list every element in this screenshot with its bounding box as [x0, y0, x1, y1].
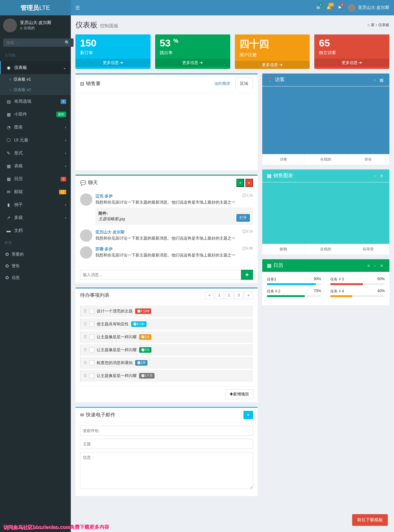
stat-bounce-rate: 53 %跳出率 更多信息 ➔ — [155, 34, 230, 69]
nav-messages[interactable]: ✉4 — [316, 5, 320, 10]
chat-time: 🕐5:30 — [242, 246, 253, 250]
close-icon[interactable]: ✕ — [379, 173, 385, 178]
circle-icon — [6, 253, 9, 256]
todo-item[interactable]: ⠿设计一个漂亮的主题🕐2 分钟 — [80, 305, 253, 317]
nav-layout[interactable]: ▤布局选项4 — [0, 95, 71, 108]
page-1[interactable]: 1 — [215, 292, 224, 299]
bars-icon[interactable]: ≡ — [366, 263, 371, 268]
sidebar-toggle[interactable]: ☰ — [75, 5, 80, 11]
chevron-left-icon: ‹ — [65, 151, 66, 155]
remove-button[interactable]: ✕ — [243, 411, 253, 419]
nav-dashboard[interactable]: ◉仪表板⌄ 仪表板 v1 仪表板 v2 — [0, 61, 71, 95]
drag-handle-icon[interactable]: ⠿ — [84, 322, 87, 327]
chat-name[interactable]: 迈克·多伊 — [95, 193, 253, 199]
page-next[interactable]: » — [244, 292, 253, 299]
nav-forms[interactable]: ✎形式‹ — [0, 147, 71, 160]
breadcrumb: ⌂ 家 › 仪表板 — [368, 22, 389, 28]
nav-notifications[interactable]: 🔔10 — [326, 5, 332, 10]
stat-new-orders: 150新订单 更多信息 ➔ — [75, 34, 151, 69]
more-info-link[interactable]: 更多信息 ➔ — [155, 59, 230, 67]
tab-area[interactable]: 区域 — [235, 77, 253, 90]
drag-handle-icon[interactable]: ⠿ — [84, 360, 87, 365]
search-input[interactable] — [3, 38, 61, 47]
todo-item[interactable]: ⠿让主题像星星一样闪耀🕐1个月 — [80, 370, 253, 382]
chevron-left-icon: ‹ — [65, 216, 66, 220]
todo-item[interactable]: ⠿使主题具有响应性🕐4小时 — [80, 318, 253, 330]
download-button[interactable]: 前往下载模板 — [352, 514, 388, 526]
drag-handle-icon[interactable]: ⠿ — [84, 347, 87, 352]
chat-name[interactable]: 苏珊·多伊 — [95, 246, 253, 252]
email-subject-input[interactable] — [80, 439, 253, 449]
pie-icon: ◔ — [6, 125, 12, 130]
email-body-input[interactable] — [80, 452, 253, 489]
drag-handle-icon[interactable]: ⠿ — [84, 309, 87, 314]
nav-multilevel[interactable]: ↗多级‹ — [0, 211, 71, 224]
more-info-link[interactable]: 更多信息 ➔ — [314, 59, 389, 67]
logo[interactable]: 管理员LTE — [0, 0, 71, 15]
drag-handle-icon[interactable]: ⠿ — [84, 373, 87, 378]
time-badge: 🕐2 分钟 — [135, 308, 151, 314]
calendar-box: ▦日历 ≡−✕ 任务190% — [262, 259, 389, 305]
more-info-link[interactable]: 更多信息 ➔ — [75, 59, 151, 67]
sales-chart-box: ▦销售图表 −✕ 邮购 在线的 有存货 — [262, 169, 389, 255]
checkbox[interactable] — [89, 360, 94, 365]
label-info[interactable]: 信息 — [0, 272, 71, 284]
open-button[interactable]: 打开 — [236, 214, 250, 222]
chat-input[interactable] — [80, 270, 241, 280]
calendar-icon[interactable]: ▦ — [378, 77, 385, 82]
checkbox[interactable] — [89, 309, 94, 314]
time-badge: 🕐1周 — [135, 360, 147, 366]
chat-name[interactable]: 亚历山大·皮尔斯 — [95, 229, 253, 235]
nav-docs[interactable]: ▬文档 — [0, 224, 71, 237]
nav-user[interactable]: 亚历山大·皮尔斯 — [348, 4, 389, 12]
nav-dashboard-v2[interactable]: 仪表板 v2 — [0, 85, 71, 95]
nav-mailbox[interactable]: ✉邮箱12 — [0, 185, 71, 198]
collapse-icon[interactable]: − — [372, 173, 377, 178]
stat-online: 在线的 — [305, 154, 347, 165]
chat-status-green[interactable]: ▪ — [236, 179, 244, 187]
checkbox[interactable] — [89, 373, 94, 378]
checkbox[interactable] — [89, 322, 94, 327]
chevron-left-icon: ‹ — [65, 203, 66, 207]
nav-calendar[interactable]: ▦日历3 — [0, 173, 71, 185]
email-to-input[interactable] — [80, 426, 253, 436]
tab-donut[interactable]: 油炸圈饼 — [209, 77, 235, 90]
avatar — [3, 18, 17, 32]
nav-dashboard-v1[interactable]: 仪表板 v1 — [0, 74, 71, 85]
checkbox[interactable] — [89, 335, 94, 339]
todo-item[interactable]: ⠿让主题像星星一样闪耀🕐1天 — [80, 331, 253, 343]
page-3[interactable]: 3 — [234, 292, 243, 299]
add-item-button[interactable]: ✚新增项目 — [226, 389, 253, 399]
nav-examples[interactable]: ▮例子‹ — [0, 198, 71, 211]
user-status: 在线的 — [20, 26, 51, 31]
chevron-left-icon: ‹ — [65, 164, 66, 168]
close-icon[interactable]: ✕ — [379, 263, 385, 268]
page-2[interactable]: 2 — [225, 292, 234, 299]
collapse-icon[interactable]: − — [372, 263, 377, 268]
nav-ui[interactable]: 🖵UI 元素‹ — [0, 134, 71, 147]
todo-item[interactable]: ⠿让主题像星星一样闪耀🕐3天 — [80, 344, 253, 356]
label-important[interactable]: 重要的 — [0, 248, 71, 260]
todo-box: 待办事项列表 « 1 2 3 » ⠿设计一个漂亮的主题🕐2 分钟⠿使主题具有响应… — [75, 288, 258, 402]
marker-icon: 📍 — [267, 77, 273, 83]
book-icon: ▬ — [6, 228, 12, 233]
nav-tasks[interactable]: ⚑9 — [338, 5, 342, 10]
breadcrumb-home[interactable]: 家 — [371, 22, 375, 28]
th-icon: ▦ — [267, 173, 271, 179]
collapse-icon[interactable]: − — [372, 77, 377, 82]
todo-item[interactable]: ⠿检查您的消息和通知🕐1周 — [80, 357, 253, 369]
nav-charts[interactable]: ◔图表‹ — [0, 121, 71, 134]
chat-send-button[interactable]: ✚ — [241, 270, 253, 280]
avatar — [348, 4, 356, 12]
nav-widgets[interactable]: ▦小部件新的 — [0, 108, 71, 121]
label-warning[interactable]: 警告 — [0, 260, 71, 272]
watermark: 访问血鸟社区bbsxienlao.com免费下载更多内容 — [3, 524, 109, 530]
task-1: 任务190% — [267, 277, 321, 285]
drag-handle-icon[interactable]: ⠿ — [84, 335, 87, 339]
circle-icon — [6, 264, 9, 268]
more-info-link[interactable]: 更多信息 ➔ — [235, 61, 310, 69]
page-prev[interactable]: « — [205, 292, 214, 299]
chat-status-red[interactable]: ▪ — [245, 179, 253, 187]
nav-tables[interactable]: ▦表格‹ — [0, 160, 71, 173]
checkbox[interactable] — [89, 347, 94, 352]
